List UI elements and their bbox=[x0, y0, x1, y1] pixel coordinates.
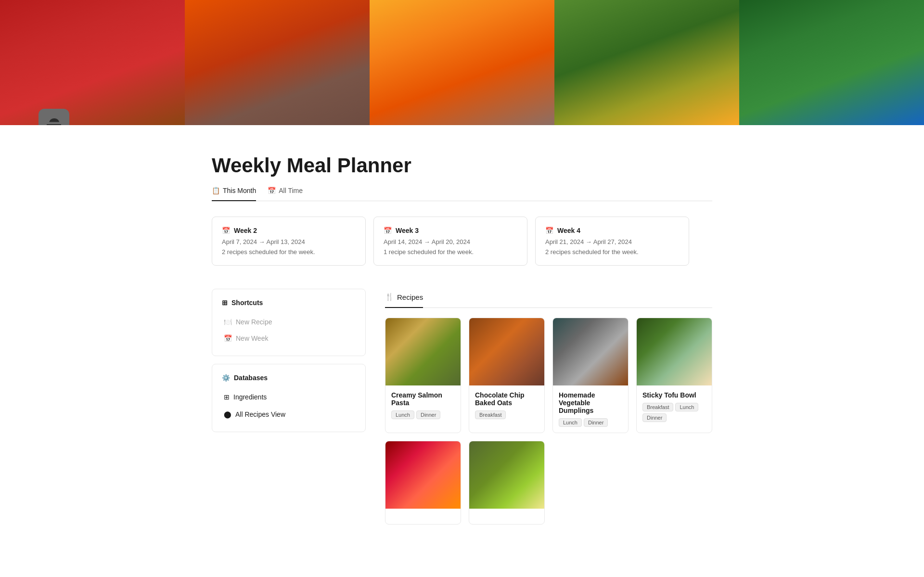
new-week-link[interactable]: 📅 New Week bbox=[222, 331, 356, 346]
recipe-card-body-3: Homemade Vegetable Dumplings Lunch Dinne… bbox=[553, 385, 628, 433]
recipe-title-3: Homemade Vegetable Dumplings bbox=[559, 391, 622, 414]
all-recipes-view-label: All Recipes View bbox=[235, 410, 285, 418]
hero-banner bbox=[0, 0, 924, 125]
databases-title: Databases bbox=[234, 374, 268, 382]
ingredients-link[interactable]: ⊞ Ingredients bbox=[222, 389, 356, 405]
new-week-label: New Week bbox=[236, 334, 268, 342]
week2-count: 2 recipes scheduled for the week. bbox=[222, 248, 356, 256]
recipe-card-body-4: Sticky Tofu Bowl Breakfast Lunch Dinner bbox=[637, 385, 712, 428]
weeks-grid: 📅 Week 2 April 7, 2024 → April 13, 2024 … bbox=[212, 217, 712, 266]
recipe-card-sticky-tofu-bowl[interactable]: Sticky Tofu Bowl Breakfast Lunch Dinner bbox=[636, 318, 712, 433]
shortcuts-title: Shortcuts bbox=[231, 299, 263, 307]
all-recipes-view-icon: ⬤ bbox=[224, 410, 231, 418]
food-seg-5 bbox=[739, 0, 924, 125]
recipe-tags-4: Breakfast Lunch Dinner bbox=[642, 403, 706, 422]
food-seg-4 bbox=[554, 0, 739, 125]
recipe-image-3 bbox=[553, 318, 628, 385]
week-card-4[interactable]: 📅 Week 4 April 21, 2024 → April 27, 2024… bbox=[535, 217, 689, 266]
week4-calendar-icon: 📅 bbox=[545, 227, 553, 234]
all-time-icon: 📅 bbox=[268, 187, 276, 194]
databases-title-row: ⚙️ Databases bbox=[222, 374, 356, 382]
ingredients-icon: ⊞ bbox=[224, 393, 230, 401]
recipe-image-2 bbox=[469, 318, 544, 385]
week2-title: Week 2 bbox=[234, 227, 257, 234]
recipes-grid: Creamy Salmon Pasta Lunch Dinner Chocola… bbox=[385, 318, 712, 525]
recipe-card-homemade-vegetable-dumplings[interactable]: Homemade Vegetable Dumplings Lunch Dinne… bbox=[552, 318, 629, 433]
ingredients-label: Ingredients bbox=[233, 393, 267, 401]
tag-breakfast-4: Breakfast bbox=[642, 403, 673, 411]
food-seg-1 bbox=[0, 0, 185, 125]
recipe-tags-2: Breakfast bbox=[475, 410, 539, 419]
recipe-title-2: Chocolate Chip Baked Oats bbox=[475, 391, 539, 407]
tag-lunch-1: Lunch bbox=[391, 410, 414, 419]
recipes-tab-icon: 🍴 bbox=[385, 293, 394, 301]
new-recipe-label: New Recipe bbox=[236, 318, 272, 326]
tab-this-month[interactable]: 📋 This Month bbox=[212, 187, 256, 201]
week-card-2[interactable]: 📅 Week 2 April 7, 2024 → April 13, 2024 … bbox=[212, 217, 366, 266]
week3-dates: April 14, 2024 → April 20, 2024 bbox=[384, 238, 517, 245]
new-week-icon: 📅 bbox=[224, 334, 232, 342]
hero-food-collage bbox=[0, 0, 924, 125]
tag-lunch-4: Lunch bbox=[675, 403, 698, 411]
recipes-tab[interactable]: 🍴 Recipes bbox=[385, 289, 423, 308]
new-recipe-icon: 🍽️ bbox=[224, 318, 232, 326]
tab-all-time-label: All Time bbox=[279, 187, 303, 194]
recipe-image-4 bbox=[637, 318, 712, 385]
recipe-image-6 bbox=[469, 441, 544, 509]
food-seg-2 bbox=[185, 0, 370, 125]
tag-lunch-3: Lunch bbox=[559, 418, 582, 427]
recipe-title-4: Sticky Tofu Bowl bbox=[642, 391, 706, 399]
page-title: Weekly Meal Planner bbox=[212, 154, 712, 177]
tag-dinner-4: Dinner bbox=[642, 413, 667, 422]
recipe-tags-3: Lunch Dinner bbox=[559, 418, 622, 427]
recipe-card-body-6 bbox=[469, 509, 544, 524]
shortcuts-grid-icon: ⊞ bbox=[222, 299, 228, 307]
tag-breakfast-2: Breakfast bbox=[475, 410, 506, 419]
recipe-card-5[interactable] bbox=[385, 441, 461, 525]
week4-title: Week 4 bbox=[557, 227, 580, 234]
new-recipe-link[interactable]: 🍽️ New Recipe bbox=[222, 314, 356, 330]
week2-calendar-icon: 📅 bbox=[222, 227, 230, 234]
shortcuts-title-row: ⊞ Shortcuts bbox=[222, 299, 356, 307]
left-column: ⊞ Shortcuts 🍽️ New Recipe 📅 New Week ⚙️ … bbox=[212, 289, 366, 432]
recipe-image-5 bbox=[385, 441, 461, 509]
page-icon bbox=[38, 109, 69, 125]
week4-title-row: 📅 Week 4 bbox=[545, 227, 679, 234]
recipe-card-body-2: Chocolate Chip Baked Oats Breakfast bbox=[469, 385, 544, 425]
right-column: 🍴 Recipes Creamy Salmon Pasta Lunch Dinn… bbox=[385, 289, 712, 525]
recipe-card-body-5 bbox=[385, 509, 461, 524]
recipe-tags-1: Lunch Dinner bbox=[391, 410, 455, 419]
tab-this-month-label: This Month bbox=[223, 187, 256, 194]
tag-dinner-1: Dinner bbox=[416, 410, 440, 419]
databases-icon: ⚙️ bbox=[222, 374, 230, 382]
week4-count: 2 recipes scheduled for the week. bbox=[545, 248, 679, 256]
tab-bar: 📋 This Month 📅 All Time bbox=[212, 187, 712, 201]
databases-section: ⚙️ Databases ⊞ Ingredients ⬤ All Recipes… bbox=[212, 364, 366, 432]
recipe-card-creamy-salmon-pasta[interactable]: Creamy Salmon Pasta Lunch Dinner bbox=[385, 318, 461, 433]
week2-dates: April 7, 2024 → April 13, 2024 bbox=[222, 238, 356, 245]
recipe-image-1 bbox=[385, 318, 461, 385]
week-card-3[interactable]: 📅 Week 3 April 14, 2024 → April 20, 2024… bbox=[373, 217, 527, 266]
week3-count: 1 recipe scheduled for the week. bbox=[384, 248, 517, 256]
recipe-card-chocolate-chip-baked-oats[interactable]: Chocolate Chip Baked Oats Breakfast bbox=[469, 318, 545, 433]
shortcuts-section: ⊞ Shortcuts 🍽️ New Recipe 📅 New Week bbox=[212, 289, 366, 356]
week3-calendar-icon: 📅 bbox=[384, 227, 392, 234]
recipe-title-1: Creamy Salmon Pasta bbox=[391, 391, 455, 407]
week4-dates: April 21, 2024 → April 27, 2024 bbox=[545, 238, 679, 245]
recipe-card-body-1: Creamy Salmon Pasta Lunch Dinner bbox=[385, 385, 461, 425]
all-recipes-view-link[interactable]: ⬤ All Recipes View bbox=[222, 407, 356, 422]
week3-title-row: 📅 Week 3 bbox=[384, 227, 517, 234]
main-layout: ⊞ Shortcuts 🍽️ New Recipe 📅 New Week ⚙️ … bbox=[212, 289, 712, 525]
tag-dinner-3: Dinner bbox=[584, 418, 608, 427]
bowl-icon bbox=[45, 115, 63, 125]
food-seg-3 bbox=[370, 0, 554, 125]
tab-all-time[interactable]: 📅 All Time bbox=[268, 187, 303, 201]
recipes-tab-bar: 🍴 Recipes bbox=[385, 289, 712, 308]
recipe-card-6[interactable] bbox=[469, 441, 545, 525]
page-body: Weekly Meal Planner 📋 This Month 📅 All T… bbox=[173, 125, 751, 544]
week3-title: Week 3 bbox=[396, 227, 419, 234]
week2-title-row: 📅 Week 2 bbox=[222, 227, 356, 234]
recipes-tab-label: Recipes bbox=[397, 293, 423, 301]
this-month-icon: 📋 bbox=[212, 187, 220, 194]
